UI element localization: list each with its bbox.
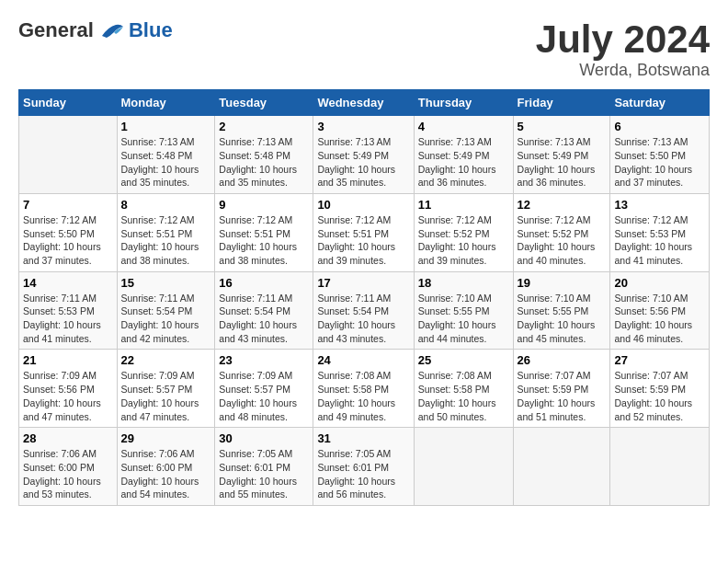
day-number: 19 — [518, 276, 607, 290]
calendar-header-row: SundayMondayTuesdayWednesdayThursdayFrid… — [19, 90, 710, 116]
day-info: Sunrise: 7:12 AM Sunset: 5:50 PM Dayligh… — [23, 213, 113, 268]
day-number: 31 — [317, 431, 409, 445]
day-number: 15 — [121, 276, 211, 290]
calendar-cell: 24Sunrise: 7:08 AM Sunset: 5:58 PM Dayli… — [313, 350, 414, 428]
day-number: 7 — [23, 198, 113, 212]
day-number: 23 — [219, 353, 309, 367]
day-number: 17 — [317, 276, 409, 290]
header-monday: Monday — [117, 90, 215, 116]
day-number: 8 — [121, 198, 211, 212]
day-info: Sunrise: 7:12 AM Sunset: 5:51 PM Dayligh… — [317, 213, 409, 268]
day-info: Sunrise: 7:13 AM Sunset: 5:48 PM Dayligh… — [121, 135, 211, 190]
day-number: 21 — [23, 353, 113, 367]
day-info: Sunrise: 7:13 AM Sunset: 5:49 PM Dayligh… — [317, 135, 409, 190]
day-info: Sunrise: 7:06 AM Sunset: 6:00 PM Dayligh… — [23, 447, 113, 501]
title-block: July 2024 Werda, Botswana — [536, 18, 710, 80]
calendar-cell: 22Sunrise: 7:09 AM Sunset: 5:57 PM Dayli… — [117, 350, 215, 428]
calendar-cell: 31Sunrise: 7:05 AM Sunset: 6:01 PM Dayli… — [313, 428, 414, 506]
day-number: 16 — [219, 276, 309, 290]
calendar-body: 1Sunrise: 7:13 AM Sunset: 5:48 PM Daylig… — [19, 116, 710, 506]
calendar-cell — [414, 428, 513, 506]
day-info: Sunrise: 7:10 AM Sunset: 5:55 PM Dayligh… — [518, 292, 607, 346]
day-number: 30 — [219, 431, 309, 445]
day-info: Sunrise: 7:09 AM Sunset: 5:57 PM Dayligh… — [121, 369, 211, 423]
calendar-cell: 16Sunrise: 7:11 AM Sunset: 5:54 PM Dayli… — [215, 271, 313, 350]
calendar-cell: 3Sunrise: 7:13 AM Sunset: 5:49 PM Daylig… — [313, 116, 414, 194]
calendar-cell: 5Sunrise: 7:13 AM Sunset: 5:49 PM Daylig… — [513, 116, 610, 194]
logo: General Blue — [18, 18, 173, 42]
calendar-cell: 1Sunrise: 7:13 AM Sunset: 5:48 PM Daylig… — [117, 116, 215, 194]
calendar-cell: 14Sunrise: 7:11 AM Sunset: 5:53 PM Dayli… — [19, 271, 118, 350]
calendar-cell: 12Sunrise: 7:12 AM Sunset: 5:52 PM Dayli… — [513, 193, 610, 271]
header-wednesday: Wednesday — [313, 90, 414, 116]
calendar-cell: 4Sunrise: 7:13 AM Sunset: 5:49 PM Daylig… — [414, 116, 513, 194]
week-row-4: 21Sunrise: 7:09 AM Sunset: 5:56 PM Dayli… — [19, 350, 710, 428]
month-title: July 2024 — [536, 18, 710, 61]
day-info: Sunrise: 7:11 AM Sunset: 5:54 PM Dayligh… — [121, 292, 211, 346]
day-number: 29 — [121, 431, 211, 445]
week-row-2: 7Sunrise: 7:12 AM Sunset: 5:50 PM Daylig… — [19, 193, 710, 271]
calendar-cell: 27Sunrise: 7:07 AM Sunset: 5:59 PM Dayli… — [610, 350, 710, 428]
calendar-cell: 30Sunrise: 7:05 AM Sunset: 6:01 PM Dayli… — [215, 428, 313, 506]
day-number: 24 — [317, 353, 409, 367]
day-number: 12 — [518, 198, 607, 212]
day-info: Sunrise: 7:10 AM Sunset: 5:56 PM Dayligh… — [614, 292, 705, 346]
day-info: Sunrise: 7:11 AM Sunset: 5:53 PM Dayligh… — [23, 292, 113, 346]
logo-blue-text: Blue — [129, 18, 173, 42]
calendar-cell: 21Sunrise: 7:09 AM Sunset: 5:56 PM Dayli… — [19, 350, 118, 428]
header-thursday: Thursday — [414, 90, 513, 116]
week-row-1: 1Sunrise: 7:13 AM Sunset: 5:48 PM Daylig… — [19, 116, 710, 194]
calendar-cell: 29Sunrise: 7:06 AM Sunset: 6:00 PM Dayli… — [117, 428, 215, 506]
header-saturday: Saturday — [610, 90, 710, 116]
day-info: Sunrise: 7:08 AM Sunset: 5:58 PM Dayligh… — [317, 369, 409, 423]
calendar-table: SundayMondayTuesdayWednesdayThursdayFrid… — [18, 89, 710, 506]
calendar-cell — [513, 428, 610, 506]
day-info: Sunrise: 7:05 AM Sunset: 6:01 PM Dayligh… — [317, 447, 409, 501]
day-number: 13 — [614, 198, 705, 212]
calendar-cell: 8Sunrise: 7:12 AM Sunset: 5:51 PM Daylig… — [117, 193, 215, 271]
calendar-cell: 28Sunrise: 7:06 AM Sunset: 6:00 PM Dayli… — [19, 428, 118, 506]
day-info: Sunrise: 7:12 AM Sunset: 5:51 PM Dayligh… — [121, 213, 211, 268]
day-number: 5 — [518, 120, 607, 133]
day-number: 2 — [219, 120, 309, 133]
calendar-cell: 11Sunrise: 7:12 AM Sunset: 5:52 PM Dayli… — [414, 193, 513, 271]
calendar-cell: 25Sunrise: 7:08 AM Sunset: 5:58 PM Dayli… — [414, 350, 513, 428]
day-info: Sunrise: 7:07 AM Sunset: 5:59 PM Dayligh… — [518, 369, 607, 423]
day-number: 1 — [121, 120, 211, 133]
day-number: 26 — [518, 353, 607, 367]
week-row-3: 14Sunrise: 7:11 AM Sunset: 5:53 PM Dayli… — [19, 271, 710, 350]
calendar-cell: 2Sunrise: 7:13 AM Sunset: 5:48 PM Daylig… — [215, 116, 313, 194]
day-number: 14 — [23, 276, 113, 290]
calendar-cell: 26Sunrise: 7:07 AM Sunset: 5:59 PM Dayli… — [513, 350, 610, 428]
day-number: 25 — [418, 353, 509, 367]
header-sunday: Sunday — [19, 90, 118, 116]
calendar-cell — [19, 116, 118, 194]
calendar-cell: 18Sunrise: 7:10 AM Sunset: 5:55 PM Dayli… — [414, 271, 513, 350]
header-friday: Friday — [513, 90, 610, 116]
calendar-cell: 6Sunrise: 7:13 AM Sunset: 5:50 PM Daylig… — [610, 116, 710, 194]
calendar-cell: 15Sunrise: 7:11 AM Sunset: 5:54 PM Dayli… — [117, 271, 215, 350]
day-number: 10 — [317, 198, 409, 212]
calendar-cell: 17Sunrise: 7:11 AM Sunset: 5:54 PM Dayli… — [313, 271, 414, 350]
calendar-cell: 7Sunrise: 7:12 AM Sunset: 5:50 PM Daylig… — [19, 193, 118, 271]
day-info: Sunrise: 7:11 AM Sunset: 5:54 PM Dayligh… — [317, 292, 409, 346]
calendar-cell: 23Sunrise: 7:09 AM Sunset: 5:57 PM Dayli… — [215, 350, 313, 428]
day-info: Sunrise: 7:13 AM Sunset: 5:48 PM Dayligh… — [219, 135, 309, 190]
day-number: 4 — [418, 120, 509, 133]
logo-general-text: General — [18, 18, 94, 42]
day-info: Sunrise: 7:12 AM Sunset: 5:52 PM Dayligh… — [418, 213, 509, 268]
day-info: Sunrise: 7:13 AM Sunset: 5:50 PM Dayligh… — [614, 135, 705, 190]
day-info: Sunrise: 7:08 AM Sunset: 5:58 PM Dayligh… — [418, 369, 509, 423]
day-info: Sunrise: 7:07 AM Sunset: 5:59 PM Dayligh… — [614, 369, 705, 423]
day-number: 3 — [317, 120, 409, 133]
day-info: Sunrise: 7:10 AM Sunset: 5:55 PM Dayligh… — [418, 292, 509, 346]
calendar-cell: 9Sunrise: 7:12 AM Sunset: 5:51 PM Daylig… — [215, 193, 313, 271]
day-info: Sunrise: 7:09 AM Sunset: 5:56 PM Dayligh… — [23, 369, 113, 423]
day-number: 28 — [23, 431, 113, 445]
day-info: Sunrise: 7:12 AM Sunset: 5:52 PM Dayligh… — [518, 213, 607, 268]
calendar-cell: 20Sunrise: 7:10 AM Sunset: 5:56 PM Dayli… — [610, 271, 710, 350]
location-title: Werda, Botswana — [536, 61, 710, 80]
day-info: Sunrise: 7:13 AM Sunset: 5:49 PM Dayligh… — [518, 135, 607, 190]
calendar-cell: 13Sunrise: 7:12 AM Sunset: 5:53 PM Dayli… — [610, 193, 710, 271]
day-number: 9 — [219, 198, 309, 212]
